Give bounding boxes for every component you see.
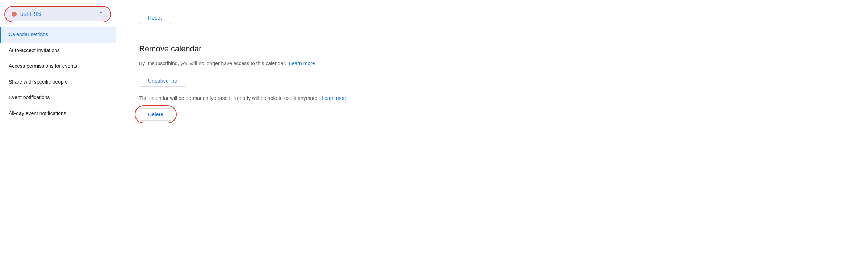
sidebar-item-event-notifications[interactable]: Event notifications	[0, 90, 116, 106]
sidebar-navigation: Calendar settings Auto-accept invitation…	[0, 27, 116, 122]
sidebar-item-calendar-settings[interactable]: Calendar settings	[0, 27, 116, 43]
sidebar: osl-IRIS ⌃ Calendar settings Auto-accept…	[0, 0, 116, 266]
remove-calendar-title: Remove calendar	[139, 44, 845, 54]
chevron-up-icon: ⌃	[98, 10, 104, 18]
sidebar-item-share-specific-people[interactable]: Share with specific people	[0, 74, 116, 90]
calendar-chip[interactable]: osl-IRIS ⌃	[6, 7, 110, 21]
unsubscribe-button[interactable]: Unsubscribe	[139, 75, 186, 87]
permanent-erase-description: The calendar will be permanently erased.…	[139, 94, 845, 102]
learn-more-link-2[interactable]: Learn more	[322, 95, 348, 101]
calendar-chip-label: osl-IRIS	[20, 11, 96, 17]
reset-button[interactable]: Reset	[139, 12, 171, 24]
sidebar-item-all-day-notifications[interactable]: All-day event notifications	[0, 106, 116, 122]
delete-button-wrapper: Delete	[139, 108, 172, 121]
calendar-dot-icon	[12, 12, 17, 17]
learn-more-link-1[interactable]: Learn more	[289, 60, 315, 66]
main-content: Reset Remove calendar By unsubscribing, …	[116, 0, 868, 266]
remove-calendar-description: By unsubscribing, you will no longer hav…	[139, 59, 845, 67]
sidebar-item-auto-accept[interactable]: Auto-accept invitations	[0, 43, 116, 59]
remove-calendar-section: Remove calendar By unsubscribing, you wi…	[139, 44, 845, 121]
delete-button[interactable]: Delete	[139, 108, 172, 121]
sidebar-item-access-permissions[interactable]: Access permissions for events	[0, 58, 116, 74]
